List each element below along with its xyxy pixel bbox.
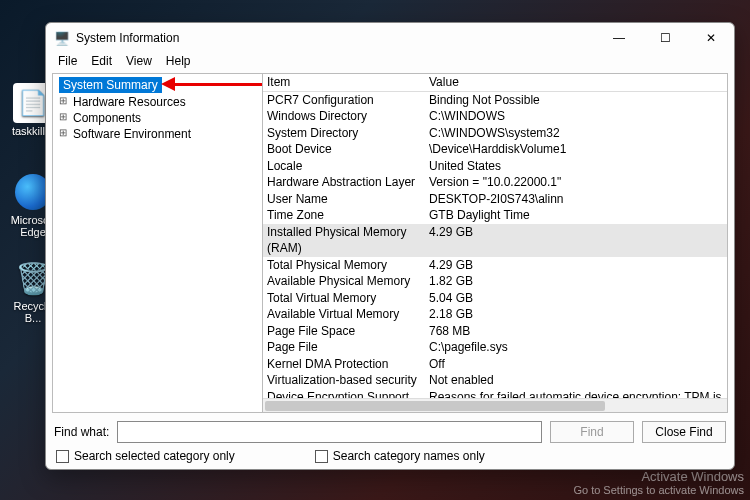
find-button[interactable]: Find bbox=[550, 421, 634, 443]
list-row[interactable]: Installed Physical Memory (RAM)4.29 GB bbox=[263, 224, 727, 257]
cell-value: Version = "10.0.22000.1" bbox=[429, 174, 723, 191]
cell-value: 4.29 GB bbox=[429, 257, 723, 274]
cell-value: GTB Daylight Time bbox=[429, 207, 723, 224]
list-row[interactable]: User NameDESKTOP-2I0S743\alinn bbox=[263, 191, 727, 208]
tree-node-components[interactable]: Components bbox=[55, 110, 260, 126]
content-area: System Summary Hardware Resources Compon… bbox=[52, 73, 728, 413]
column-header-value[interactable]: Value bbox=[429, 74, 723, 91]
navigation-tree[interactable]: System Summary Hardware Resources Compon… bbox=[53, 74, 263, 412]
watermark-line1: Activate Windows bbox=[573, 469, 744, 484]
cell-item: User Name bbox=[267, 191, 429, 208]
cell-item: Page File Space bbox=[267, 323, 429, 340]
cell-item: Total Virtual Memory bbox=[267, 290, 429, 307]
menu-view[interactable]: View bbox=[120, 53, 158, 71]
list-row[interactable]: Total Virtual Memory5.04 GB bbox=[263, 290, 727, 307]
list-row[interactable]: Page FileC:\pagefile.sys bbox=[263, 339, 727, 356]
cell-value: \Device\HarddiskVolume1 bbox=[429, 141, 723, 158]
cell-item: Installed Physical Memory (RAM) bbox=[267, 224, 429, 257]
list-body[interactable]: PCR7 ConfigurationBinding Not PossibleWi… bbox=[263, 92, 727, 399]
cell-item: System Directory bbox=[267, 125, 429, 142]
cell-value: C:\WINDOWS\system32 bbox=[429, 125, 723, 142]
details-list: Item Value PCR7 ConfigurationBinding Not… bbox=[263, 74, 727, 412]
cell-value: Off bbox=[429, 356, 723, 373]
cell-value: C:\WINDOWS bbox=[429, 108, 723, 125]
cell-item: Kernel DMA Protection bbox=[267, 356, 429, 373]
find-label: Find what: bbox=[54, 425, 109, 439]
watermark-line2: Go to Settings to activate Windows bbox=[573, 484, 744, 496]
find-input[interactable] bbox=[117, 421, 542, 443]
cell-item: Hardware Abstraction Layer bbox=[267, 174, 429, 191]
checkbox-label: Search selected category only bbox=[74, 449, 235, 463]
cell-item: Boot Device bbox=[267, 141, 429, 158]
cell-value: DESKTOP-2I0S743\alinn bbox=[429, 191, 723, 208]
list-row[interactable]: Device Encryption SupportReasons for fai… bbox=[263, 389, 727, 399]
column-header-item[interactable]: Item bbox=[267, 74, 429, 91]
cell-item: Locale bbox=[267, 158, 429, 175]
menu-help[interactable]: Help bbox=[160, 53, 197, 71]
checkbox-label: Search category names only bbox=[333, 449, 485, 463]
list-row[interactable]: Available Virtual Memory2.18 GB bbox=[263, 306, 727, 323]
tree-node-hardware-resources[interactable]: Hardware Resources bbox=[55, 94, 260, 110]
cell-value: Reasons for failed automatic device encr… bbox=[429, 389, 723, 399]
horizontal-scrollbar[interactable] bbox=[263, 398, 727, 412]
list-row[interactable]: Virtualization-based securityNot enabled bbox=[263, 372, 727, 389]
cell-item: Available Virtual Memory bbox=[267, 306, 429, 323]
checkbox-icon bbox=[315, 450, 328, 463]
cell-item: Virtualization-based security bbox=[267, 372, 429, 389]
cell-item: Total Physical Memory bbox=[267, 257, 429, 274]
list-row[interactable]: Total Physical Memory4.29 GB bbox=[263, 257, 727, 274]
cell-value: 5.04 GB bbox=[429, 290, 723, 307]
system-information-window: 🖥️ System Information — ☐ ✕ File Edit Vi… bbox=[45, 22, 735, 470]
cell-value: 2.18 GB bbox=[429, 306, 723, 323]
list-header[interactable]: Item Value bbox=[263, 74, 727, 92]
list-row[interactable]: PCR7 ConfigurationBinding Not Possible bbox=[263, 92, 727, 109]
list-row[interactable]: Boot Device\Device\HarddiskVolume1 bbox=[263, 141, 727, 158]
checkbox-search-category-names[interactable]: Search category names only bbox=[315, 449, 485, 463]
cell-value: Binding Not Possible bbox=[429, 92, 723, 109]
menu-edit[interactable]: Edit bbox=[85, 53, 118, 71]
find-bar: Find what: Find Close Find Search select… bbox=[46, 413, 734, 469]
cell-value: United States bbox=[429, 158, 723, 175]
activate-windows-watermark: Activate Windows Go to Settings to activ… bbox=[573, 469, 744, 496]
checkbox-search-selected-category[interactable]: Search selected category only bbox=[56, 449, 235, 463]
cell-item: PCR7 Configuration bbox=[267, 92, 429, 109]
list-row[interactable]: Hardware Abstraction LayerVersion = "10.… bbox=[263, 174, 727, 191]
cell-item: Page File bbox=[267, 339, 429, 356]
cell-item: Time Zone bbox=[267, 207, 429, 224]
cell-value: 1.82 GB bbox=[429, 273, 723, 290]
scrollbar-thumb[interactable] bbox=[265, 401, 605, 411]
cell-item: Device Encryption Support bbox=[267, 389, 429, 399]
menubar: File Edit View Help bbox=[46, 53, 734, 73]
list-row[interactable]: Kernel DMA ProtectionOff bbox=[263, 356, 727, 373]
cell-value: Not enabled bbox=[429, 372, 723, 389]
tree-node-software-environment[interactable]: Software Environment bbox=[55, 126, 260, 142]
titlebar[interactable]: 🖥️ System Information — ☐ ✕ bbox=[46, 23, 734, 53]
list-row[interactable]: LocaleUnited States bbox=[263, 158, 727, 175]
cell-value: C:\pagefile.sys bbox=[429, 339, 723, 356]
list-row[interactable]: Page File Space768 MB bbox=[263, 323, 727, 340]
cell-value: 768 MB bbox=[429, 323, 723, 340]
close-find-button[interactable]: Close Find bbox=[642, 421, 726, 443]
maximize-button[interactable]: ☐ bbox=[642, 23, 688, 53]
app-icon: 🖥️ bbox=[54, 30, 70, 46]
close-button[interactable]: ✕ bbox=[688, 23, 734, 53]
minimize-button[interactable]: — bbox=[596, 23, 642, 53]
list-row[interactable]: Available Physical Memory1.82 GB bbox=[263, 273, 727, 290]
checkbox-icon bbox=[56, 450, 69, 463]
list-row[interactable]: System DirectoryC:\WINDOWS\system32 bbox=[263, 125, 727, 142]
cell-value: 4.29 GB bbox=[429, 224, 723, 257]
menu-file[interactable]: File bbox=[52, 53, 83, 71]
cell-item: Windows Directory bbox=[267, 108, 429, 125]
tree-root-system-summary[interactable]: System Summary bbox=[59, 77, 162, 93]
list-row[interactable]: Time ZoneGTB Daylight Time bbox=[263, 207, 727, 224]
list-row[interactable]: Windows DirectoryC:\WINDOWS bbox=[263, 108, 727, 125]
cell-item: Available Physical Memory bbox=[267, 273, 429, 290]
window-title: System Information bbox=[76, 31, 179, 45]
